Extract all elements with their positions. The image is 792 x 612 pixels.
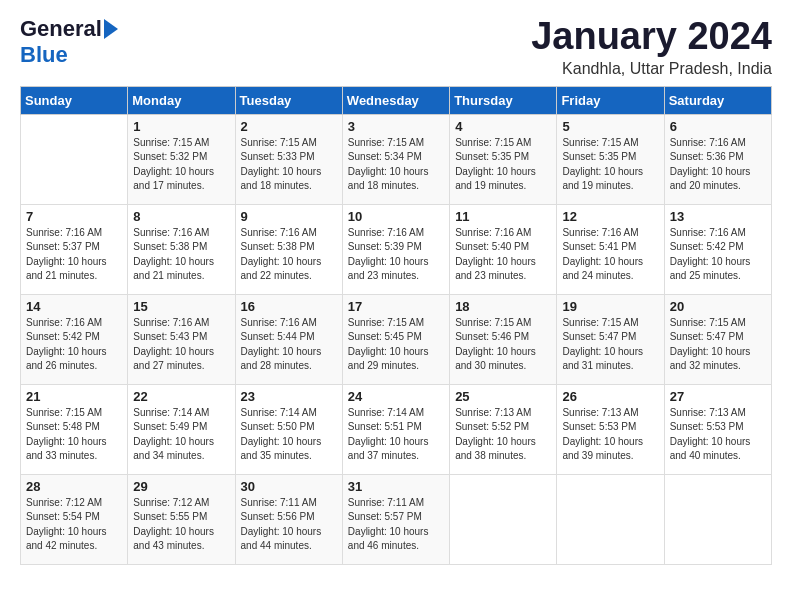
column-header-friday: Friday <box>557 86 664 114</box>
calendar-week-row: 7Sunrise: 7:16 AM Sunset: 5:37 PM Daylig… <box>21 204 772 294</box>
day-info: Sunrise: 7:15 AM Sunset: 5:33 PM Dayligh… <box>241 136 337 194</box>
calendar-cell: 3Sunrise: 7:15 AM Sunset: 5:34 PM Daylig… <box>342 114 449 204</box>
day-number: 9 <box>241 209 337 224</box>
day-info: Sunrise: 7:11 AM Sunset: 5:57 PM Dayligh… <box>348 496 444 554</box>
month-title: January 2024 <box>531 16 772 58</box>
column-header-monday: Monday <box>128 86 235 114</box>
day-number: 19 <box>562 299 658 314</box>
day-number: 7 <box>26 209 122 224</box>
day-info: Sunrise: 7:14 AM Sunset: 5:50 PM Dayligh… <box>241 406 337 464</box>
calendar-cell: 24Sunrise: 7:14 AM Sunset: 5:51 PM Dayli… <box>342 384 449 474</box>
day-info: Sunrise: 7:14 AM Sunset: 5:51 PM Dayligh… <box>348 406 444 464</box>
column-header-tuesday: Tuesday <box>235 86 342 114</box>
day-number: 15 <box>133 299 229 314</box>
day-number: 2 <box>241 119 337 134</box>
day-number: 29 <box>133 479 229 494</box>
calendar-cell: 5Sunrise: 7:15 AM Sunset: 5:35 PM Daylig… <box>557 114 664 204</box>
calendar-table: SundayMondayTuesdayWednesdayThursdayFrid… <box>20 86 772 565</box>
calendar-week-row: 28Sunrise: 7:12 AM Sunset: 5:54 PM Dayli… <box>21 474 772 564</box>
day-info: Sunrise: 7:16 AM Sunset: 5:39 PM Dayligh… <box>348 226 444 284</box>
day-number: 27 <box>670 389 766 404</box>
calendar-cell: 7Sunrise: 7:16 AM Sunset: 5:37 PM Daylig… <box>21 204 128 294</box>
calendar-cell <box>21 114 128 204</box>
calendar-week-row: 14Sunrise: 7:16 AM Sunset: 5:42 PM Dayli… <box>21 294 772 384</box>
day-info: Sunrise: 7:13 AM Sunset: 5:53 PM Dayligh… <box>670 406 766 464</box>
day-number: 20 <box>670 299 766 314</box>
day-info: Sunrise: 7:15 AM Sunset: 5:35 PM Dayligh… <box>562 136 658 194</box>
day-info: Sunrise: 7:16 AM Sunset: 5:44 PM Dayligh… <box>241 316 337 374</box>
calendar-cell: 17Sunrise: 7:15 AM Sunset: 5:45 PM Dayli… <box>342 294 449 384</box>
logo-text-blue: Blue <box>20 42 68 67</box>
calendar-cell: 1Sunrise: 7:15 AM Sunset: 5:32 PM Daylig… <box>128 114 235 204</box>
day-info: Sunrise: 7:15 AM Sunset: 5:46 PM Dayligh… <box>455 316 551 374</box>
calendar-cell: 28Sunrise: 7:12 AM Sunset: 5:54 PM Dayli… <box>21 474 128 564</box>
day-number: 3 <box>348 119 444 134</box>
logo-arrow-icon <box>104 19 118 39</box>
calendar-header-row: SundayMondayTuesdayWednesdayThursdayFrid… <box>21 86 772 114</box>
calendar-title-area: January 2024 Kandhla, Uttar Pradesh, Ind… <box>531 16 772 78</box>
calendar-cell: 8Sunrise: 7:16 AM Sunset: 5:38 PM Daylig… <box>128 204 235 294</box>
day-number: 25 <box>455 389 551 404</box>
day-info: Sunrise: 7:16 AM Sunset: 5:36 PM Dayligh… <box>670 136 766 194</box>
day-info: Sunrise: 7:12 AM Sunset: 5:55 PM Dayligh… <box>133 496 229 554</box>
column-header-saturday: Saturday <box>664 86 771 114</box>
calendar-cell: 4Sunrise: 7:15 AM Sunset: 5:35 PM Daylig… <box>450 114 557 204</box>
calendar-cell: 29Sunrise: 7:12 AM Sunset: 5:55 PM Dayli… <box>128 474 235 564</box>
day-info: Sunrise: 7:16 AM Sunset: 5:40 PM Dayligh… <box>455 226 551 284</box>
day-info: Sunrise: 7:15 AM Sunset: 5:34 PM Dayligh… <box>348 136 444 194</box>
day-info: Sunrise: 7:16 AM Sunset: 5:42 PM Dayligh… <box>26 316 122 374</box>
calendar-week-row: 1Sunrise: 7:15 AM Sunset: 5:32 PM Daylig… <box>21 114 772 204</box>
day-info: Sunrise: 7:14 AM Sunset: 5:49 PM Dayligh… <box>133 406 229 464</box>
day-info: Sunrise: 7:11 AM Sunset: 5:56 PM Dayligh… <box>241 496 337 554</box>
calendar-cell: 15Sunrise: 7:16 AM Sunset: 5:43 PM Dayli… <box>128 294 235 384</box>
day-info: Sunrise: 7:15 AM Sunset: 5:32 PM Dayligh… <box>133 136 229 194</box>
calendar-cell: 14Sunrise: 7:16 AM Sunset: 5:42 PM Dayli… <box>21 294 128 384</box>
calendar-cell: 23Sunrise: 7:14 AM Sunset: 5:50 PM Dayli… <box>235 384 342 474</box>
day-number: 1 <box>133 119 229 134</box>
calendar-cell <box>557 474 664 564</box>
calendar-cell: 13Sunrise: 7:16 AM Sunset: 5:42 PM Dayli… <box>664 204 771 294</box>
calendar-cell: 6Sunrise: 7:16 AM Sunset: 5:36 PM Daylig… <box>664 114 771 204</box>
day-info: Sunrise: 7:15 AM Sunset: 5:35 PM Dayligh… <box>455 136 551 194</box>
day-info: Sunrise: 7:16 AM Sunset: 5:37 PM Dayligh… <box>26 226 122 284</box>
calendar-cell: 12Sunrise: 7:16 AM Sunset: 5:41 PM Dayli… <box>557 204 664 294</box>
location-title: Kandhla, Uttar Pradesh, India <box>531 60 772 78</box>
day-info: Sunrise: 7:15 AM Sunset: 5:45 PM Dayligh… <box>348 316 444 374</box>
day-info: Sunrise: 7:15 AM Sunset: 5:47 PM Dayligh… <box>562 316 658 374</box>
day-info: Sunrise: 7:16 AM Sunset: 5:42 PM Dayligh… <box>670 226 766 284</box>
day-number: 12 <box>562 209 658 224</box>
calendar-cell <box>450 474 557 564</box>
column-header-sunday: Sunday <box>21 86 128 114</box>
calendar-cell: 25Sunrise: 7:13 AM Sunset: 5:52 PM Dayli… <box>450 384 557 474</box>
calendar-cell: 31Sunrise: 7:11 AM Sunset: 5:57 PM Dayli… <box>342 474 449 564</box>
day-number: 22 <box>133 389 229 404</box>
calendar-cell: 27Sunrise: 7:13 AM Sunset: 5:53 PM Dayli… <box>664 384 771 474</box>
calendar-cell: 30Sunrise: 7:11 AM Sunset: 5:56 PM Dayli… <box>235 474 342 564</box>
day-info: Sunrise: 7:12 AM Sunset: 5:54 PM Dayligh… <box>26 496 122 554</box>
calendar-week-row: 21Sunrise: 7:15 AM Sunset: 5:48 PM Dayli… <box>21 384 772 474</box>
day-number: 26 <box>562 389 658 404</box>
day-number: 6 <box>670 119 766 134</box>
page-header: General Blue January 2024 Kandhla, Uttar… <box>20 16 772 78</box>
logo-text-general: General <box>20 16 102 42</box>
day-number: 18 <box>455 299 551 314</box>
day-info: Sunrise: 7:16 AM Sunset: 5:41 PM Dayligh… <box>562 226 658 284</box>
day-number: 10 <box>348 209 444 224</box>
calendar-cell: 21Sunrise: 7:15 AM Sunset: 5:48 PM Dayli… <box>21 384 128 474</box>
day-number: 21 <box>26 389 122 404</box>
calendar-cell: 11Sunrise: 7:16 AM Sunset: 5:40 PM Dayli… <box>450 204 557 294</box>
day-info: Sunrise: 7:16 AM Sunset: 5:38 PM Dayligh… <box>133 226 229 284</box>
day-info: Sunrise: 7:15 AM Sunset: 5:47 PM Dayligh… <box>670 316 766 374</box>
day-info: Sunrise: 7:13 AM Sunset: 5:53 PM Dayligh… <box>562 406 658 464</box>
day-number: 24 <box>348 389 444 404</box>
day-info: Sunrise: 7:16 AM Sunset: 5:43 PM Dayligh… <box>133 316 229 374</box>
day-info: Sunrise: 7:16 AM Sunset: 5:38 PM Dayligh… <box>241 226 337 284</box>
day-info: Sunrise: 7:13 AM Sunset: 5:52 PM Dayligh… <box>455 406 551 464</box>
day-info: Sunrise: 7:15 AM Sunset: 5:48 PM Dayligh… <box>26 406 122 464</box>
day-number: 23 <box>241 389 337 404</box>
calendar-cell <box>664 474 771 564</box>
day-number: 17 <box>348 299 444 314</box>
calendar-cell: 20Sunrise: 7:15 AM Sunset: 5:47 PM Dayli… <box>664 294 771 384</box>
day-number: 4 <box>455 119 551 134</box>
day-number: 8 <box>133 209 229 224</box>
